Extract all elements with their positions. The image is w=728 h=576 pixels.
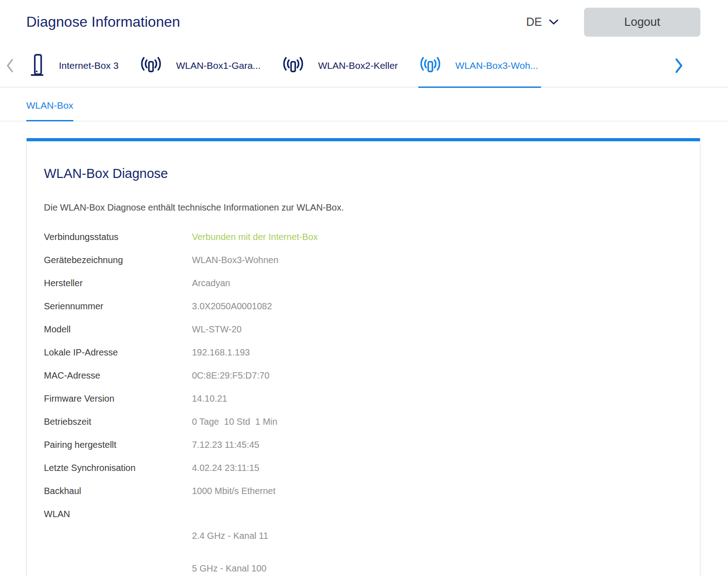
row-label: Hersteller	[44, 278, 192, 288]
row-verbindungsstatus: Verbindungsstatus Verbunden mit der Inte…	[44, 232, 683, 242]
row-firmware-version: Firmware Version 14.10.21	[44, 394, 683, 404]
page-title: Diagnose Informationen	[26, 14, 180, 30]
tab-wlan-box-section[interactable]: WLAN-Box	[26, 100, 73, 121]
device-tab-strip: Internet-Box 3 WLAN-Box1-Gara...	[0, 44, 728, 87]
row-value: 1000 Mbit/s Ethernet	[192, 486, 276, 496]
row-value: 192.168.1.193	[192, 347, 250, 358]
row-value: WL-STW-20	[192, 324, 242, 335]
page-header: Diagnose Informationen DE Logout	[0, 0, 728, 44]
row-geraetebezeichnung: Gerätebezeichnung WLAN-Box3-Wohnen	[44, 255, 683, 265]
wlan-5ghz-line: 5 GHz - Kanal 100	[192, 562, 268, 574]
row-wlan: WLAN 2.4 GHz - Kanal 11 5 GHz - Kanal 10…	[44, 509, 683, 576]
row-value: 0C:8E:29:F5:D7:70	[192, 370, 269, 381]
diagnose-rows: Verbindungsstatus Verbunden mit der Inte…	[44, 232, 683, 576]
row-betriebszeit: Betriebszeit 0 Tage 10 Std 1 Min	[44, 417, 683, 427]
row-label: Modell	[44, 324, 192, 335]
scroll-right-icon[interactable]	[673, 57, 685, 74]
row-value: 0 Tage 10 Std 1 Min	[192, 417, 278, 427]
language-selector[interactable]: DE	[526, 15, 559, 29]
logout-button[interactable]: Logout	[584, 8, 700, 37]
wlan-2-4ghz-line: 2.4 GHz - Kanal 11	[192, 530, 268, 542]
chevron-down-icon	[549, 19, 559, 25]
internet-box-icon	[30, 53, 44, 78]
wlan-box-icon	[283, 56, 304, 75]
row-label: Firmware Version	[44, 394, 192, 404]
row-value: Arcadyan	[192, 278, 230, 288]
row-label: Seriennummer	[44, 301, 192, 312]
status-badge: Verbunden mit der Internet-Box	[192, 232, 318, 242]
language-label: DE	[526, 15, 542, 29]
diagnose-card: WLAN-Box Diagnose Die WLAN-Box Diagnose …	[26, 138, 700, 576]
row-modell: Modell WL-STW-20	[44, 324, 683, 335]
row-label: Pairing hergestellt	[44, 440, 192, 450]
tab-label: Internet-Box 3	[59, 60, 119, 71]
row-pairing-hergestellt: Pairing hergestellt 7.12.23 11:45:45	[44, 440, 683, 450]
row-value: 3.0X2050A0001082	[192, 301, 272, 312]
row-label: Backhaul	[44, 486, 192, 496]
tab-label: WLAN-Box3-Woh...	[455, 60, 538, 71]
row-lokale-ip-adresse: Lokale IP-Adresse 192.168.1.193	[44, 347, 683, 358]
card-title: WLAN-Box Diagnose	[44, 166, 683, 181]
row-label: WLAN	[44, 509, 192, 576]
row-label: Betriebszeit	[44, 417, 192, 427]
row-value: 2.4 GHz - Kanal 11 5 GHz - Kanal 100	[192, 509, 268, 576]
row-label: MAC-Adresse	[44, 370, 192, 381]
row-value: 7.12.23 11:45:45	[192, 440, 259, 450]
row-hersteller: Hersteller Arcadyan	[44, 278, 683, 288]
row-seriennummer: Seriennummer 3.0X2050A0001082	[44, 301, 683, 312]
row-label: Letzte Synchronisation	[44, 463, 192, 473]
card-description: Die WLAN-Box Diagnose enthält technische…	[44, 202, 683, 213]
tab-wlan-box1[interactable]: WLAN-Box1-Gara...	[140, 44, 261, 87]
row-letzte-synchronisation: Letzte Synchronisation 4.02.24 23:11:15	[44, 463, 683, 473]
tab-wlan-box3-active[interactable]: WLAN-Box3-Woh...	[420, 44, 538, 87]
row-backhaul: Backhaul 1000 Mbit/s Ethernet	[44, 486, 683, 496]
wlan-box-icon	[420, 56, 441, 75]
tab-internet-box-3[interactable]: Internet-Box 3	[30, 44, 119, 87]
tab-label: WLAN-Box2-Keller	[318, 60, 398, 71]
row-mac-adresse: MAC-Adresse 0C:8E:29:F5:D7:70	[44, 370, 683, 381]
row-label: Verbindungsstatus	[44, 232, 192, 242]
sub-tab-bar: WLAN-Box	[0, 87, 728, 121]
wlan-box-icon	[140, 56, 162, 75]
row-label: Gerätebezeichnung	[44, 255, 192, 265]
row-value: WLAN-Box3-Wohnen	[192, 255, 278, 265]
row-label: Lokale IP-Adresse	[44, 347, 192, 358]
device-tabs: Internet-Box 3 WLAN-Box1-Gara...	[30, 44, 538, 87]
row-value: 14.10.21	[192, 394, 227, 404]
header-actions: DE Logout	[526, 8, 700, 37]
tab-wlan-box2[interactable]: WLAN-Box2-Keller	[283, 44, 398, 87]
scroll-left-icon[interactable]	[5, 58, 15, 74]
row-value: 4.02.24 23:11:15	[192, 463, 259, 473]
tab-label: WLAN-Box1-Gara...	[176, 60, 261, 71]
